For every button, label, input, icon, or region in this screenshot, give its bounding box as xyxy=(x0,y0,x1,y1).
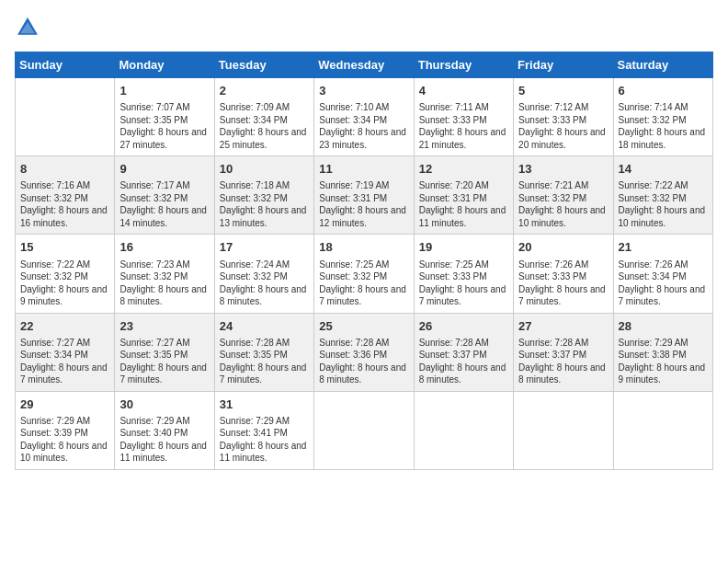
day-info: Sunrise: 7:22 AMSunset: 3:32 PMDaylight:… xyxy=(619,179,708,229)
week-row-5: 29Sunrise: 7:29 AMSunset: 3:39 PMDayligh… xyxy=(16,391,713,469)
day-number: 5 xyxy=(518,83,608,99)
calendar-table: SundayMondayTuesdayWednesdayThursdayFrid… xyxy=(15,52,713,470)
calendar-cell: 26Sunrise: 7:28 AMSunset: 3:37 PMDayligh… xyxy=(414,313,513,391)
calendar-cell: 22Sunrise: 7:27 AMSunset: 3:34 PMDayligh… xyxy=(16,313,115,391)
day-number: 10 xyxy=(220,161,309,178)
calendar-cell: 31Sunrise: 7:29 AMSunset: 3:41 PMDayligh… xyxy=(214,391,313,469)
day-info: Sunrise: 7:10 AMSunset: 3:34 PMDaylight:… xyxy=(319,101,408,151)
day-info: Sunrise: 7:26 AMSunset: 3:33 PMDaylight:… xyxy=(518,259,608,308)
day-info: Sunrise: 7:07 AMSunset: 3:35 PMDaylight:… xyxy=(119,101,209,151)
day-info: Sunrise: 7:17 AMSunset: 3:32 PMDaylight:… xyxy=(119,179,209,229)
day-number: 14 xyxy=(619,161,708,178)
day-info: Sunrise: 7:16 AMSunset: 3:32 PMDaylight:… xyxy=(20,179,109,229)
day-number: 25 xyxy=(319,318,408,335)
day-number: 30 xyxy=(119,396,209,413)
calendar-cell: 5Sunrise: 7:12 AMSunset: 3:33 PMDaylight… xyxy=(514,78,613,156)
day-info: Sunrise: 7:28 AMSunset: 3:35 PMDaylight:… xyxy=(220,337,309,386)
day-info: Sunrise: 7:25 AMSunset: 3:33 PMDaylight:… xyxy=(419,259,508,308)
day-header-friday: Friday xyxy=(514,52,613,78)
calendar-cell: 14Sunrise: 7:22 AMSunset: 3:32 PMDayligh… xyxy=(613,156,712,235)
day-info: Sunrise: 7:28 AMSunset: 3:37 PMDaylight:… xyxy=(518,337,608,386)
day-info: Sunrise: 7:29 AMSunset: 3:41 PMDaylight:… xyxy=(220,415,309,465)
day-info: Sunrise: 7:27 AMSunset: 3:35 PMDaylight:… xyxy=(119,337,209,386)
day-info: Sunrise: 7:11 AMSunset: 3:33 PMDaylight:… xyxy=(419,101,508,151)
day-info: Sunrise: 7:18 AMSunset: 3:32 PMDaylight:… xyxy=(220,179,309,229)
day-number: 16 xyxy=(119,239,209,256)
day-info: Sunrise: 7:20 AMSunset: 3:31 PMDaylight:… xyxy=(419,179,508,229)
calendar-cell: 10Sunrise: 7:18 AMSunset: 3:32 PMDayligh… xyxy=(214,156,313,235)
day-number: 3 xyxy=(319,83,408,99)
day-info: Sunrise: 7:23 AMSunset: 3:32 PMDaylight:… xyxy=(119,259,209,308)
day-info: Sunrise: 7:27 AMSunset: 3:34 PMDaylight:… xyxy=(20,337,109,386)
calendar-cell: 29Sunrise: 7:29 AMSunset: 3:39 PMDayligh… xyxy=(16,391,115,469)
day-number: 26 xyxy=(419,318,508,335)
calendar-cell: 4Sunrise: 7:11 AMSunset: 3:33 PMDaylight… xyxy=(414,78,513,156)
calendar-cell: 15Sunrise: 7:22 AMSunset: 3:32 PMDayligh… xyxy=(16,235,115,313)
calendar-header-row: SundayMondayTuesdayWednesdayThursdayFrid… xyxy=(16,52,713,78)
day-number: 12 xyxy=(419,161,508,178)
day-header-tuesday: Tuesday xyxy=(214,52,313,78)
day-number: 29 xyxy=(20,396,109,413)
day-number: 1 xyxy=(119,83,209,99)
logo xyxy=(15,15,44,40)
day-number: 9 xyxy=(119,161,209,178)
day-number: 28 xyxy=(619,318,708,335)
day-number: 11 xyxy=(319,161,408,178)
calendar-cell: 20Sunrise: 7:26 AMSunset: 3:33 PMDayligh… xyxy=(514,235,613,313)
day-header-saturday: Saturday xyxy=(613,52,712,78)
day-info: Sunrise: 7:29 AMSunset: 3:38 PMDaylight:… xyxy=(619,337,708,386)
day-info: Sunrise: 7:22 AMSunset: 3:32 PMDaylight:… xyxy=(20,259,109,308)
day-number: 8 xyxy=(20,161,109,178)
day-number: 27 xyxy=(518,318,608,335)
header xyxy=(15,15,713,40)
day-info: Sunrise: 7:09 AMSunset: 3:34 PMDaylight:… xyxy=(220,101,309,151)
day-header-thursday: Thursday xyxy=(414,52,513,78)
calendar-cell: 9Sunrise: 7:17 AMSunset: 3:32 PMDaylight… xyxy=(115,156,214,235)
day-number: 19 xyxy=(419,239,508,256)
calendar-cell: 3Sunrise: 7:10 AMSunset: 3:34 PMDaylight… xyxy=(314,78,414,156)
day-info: Sunrise: 7:26 AMSunset: 3:34 PMDaylight:… xyxy=(619,259,708,308)
day-number: 2 xyxy=(220,83,309,99)
day-number: 23 xyxy=(119,318,209,335)
calendar-cell: 19Sunrise: 7:25 AMSunset: 3:33 PMDayligh… xyxy=(414,235,513,313)
day-number: 22 xyxy=(20,318,109,335)
day-header-wednesday: Wednesday xyxy=(314,52,414,78)
day-info: Sunrise: 7:21 AMSunset: 3:32 PMDaylight:… xyxy=(518,179,608,229)
calendar-cell: 17Sunrise: 7:24 AMSunset: 3:32 PMDayligh… xyxy=(214,235,313,313)
day-number: 4 xyxy=(419,83,508,99)
week-row-4: 22Sunrise: 7:27 AMSunset: 3:34 PMDayligh… xyxy=(16,313,713,391)
calendar-cell: 11Sunrise: 7:19 AMSunset: 3:31 PMDayligh… xyxy=(314,156,414,235)
calendar-cell: 12Sunrise: 7:20 AMSunset: 3:31 PMDayligh… xyxy=(414,156,513,235)
day-header-monday: Monday xyxy=(115,52,214,78)
logo-icon xyxy=(15,15,40,40)
calendar-cell: 8Sunrise: 7:16 AMSunset: 3:32 PMDaylight… xyxy=(16,156,115,235)
day-number: 15 xyxy=(20,239,109,256)
calendar-cell: 24Sunrise: 7:28 AMSunset: 3:35 PMDayligh… xyxy=(214,313,313,391)
calendar-cell: 13Sunrise: 7:21 AMSunset: 3:32 PMDayligh… xyxy=(514,156,613,235)
day-number: 13 xyxy=(518,161,608,178)
calendar-cell: 21Sunrise: 7:26 AMSunset: 3:34 PMDayligh… xyxy=(613,235,712,313)
calendar-cell: 30Sunrise: 7:29 AMSunset: 3:40 PMDayligh… xyxy=(115,391,214,469)
day-info: Sunrise: 7:14 AMSunset: 3:32 PMDaylight:… xyxy=(619,101,708,151)
calendar-cell xyxy=(613,391,712,469)
day-info: Sunrise: 7:25 AMSunset: 3:32 PMDaylight:… xyxy=(319,259,408,308)
day-number: 6 xyxy=(619,83,708,99)
day-number: 20 xyxy=(518,239,608,256)
day-info: Sunrise: 7:28 AMSunset: 3:37 PMDaylight:… xyxy=(419,337,508,386)
calendar-cell xyxy=(16,78,115,156)
day-info: Sunrise: 7:19 AMSunset: 3:31 PMDaylight:… xyxy=(319,179,408,229)
calendar-cell: 1Sunrise: 7:07 AMSunset: 3:35 PMDaylight… xyxy=(115,78,214,156)
day-info: Sunrise: 7:12 AMSunset: 3:33 PMDaylight:… xyxy=(518,101,608,151)
day-number: 18 xyxy=(319,239,408,256)
calendar-cell: 28Sunrise: 7:29 AMSunset: 3:38 PMDayligh… xyxy=(613,313,712,391)
calendar-cell xyxy=(414,391,513,469)
calendar-cell: 25Sunrise: 7:28 AMSunset: 3:36 PMDayligh… xyxy=(314,313,414,391)
day-number: 21 xyxy=(619,239,708,256)
day-info: Sunrise: 7:28 AMSunset: 3:36 PMDaylight:… xyxy=(319,337,408,386)
calendar-cell xyxy=(314,391,414,469)
calendar-cell xyxy=(514,391,613,469)
day-info: Sunrise: 7:29 AMSunset: 3:40 PMDaylight:… xyxy=(119,415,209,465)
calendar-cell: 6Sunrise: 7:14 AMSunset: 3:32 PMDaylight… xyxy=(613,78,712,156)
calendar-cell: 18Sunrise: 7:25 AMSunset: 3:32 PMDayligh… xyxy=(314,235,414,313)
calendar-cell: 23Sunrise: 7:27 AMSunset: 3:35 PMDayligh… xyxy=(115,313,214,391)
